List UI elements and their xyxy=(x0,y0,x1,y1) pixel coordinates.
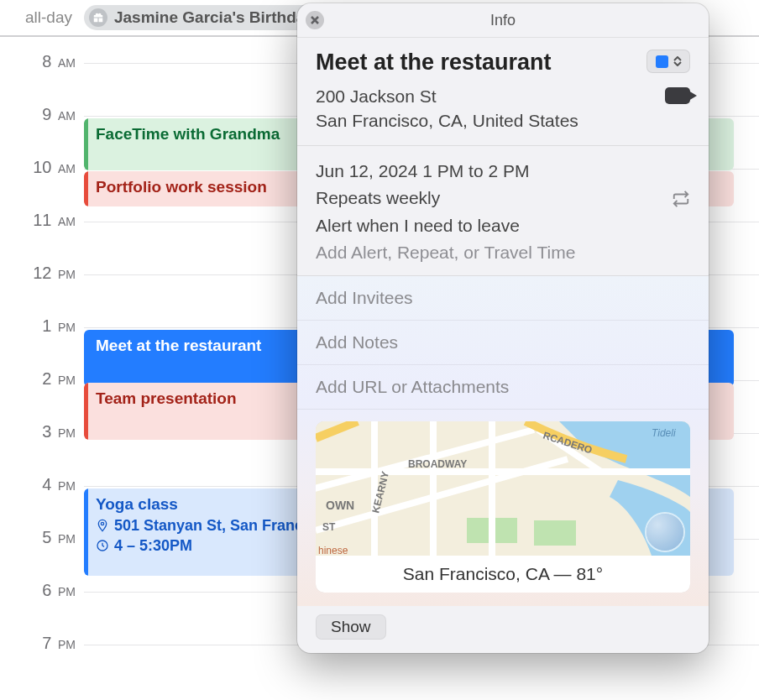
event-info-popover: Info Meet at the restaurant 200 Jackson … xyxy=(297,3,709,653)
add-url-attachments-field[interactable]: Add URL or Attachments xyxy=(297,364,709,409)
event-title: Team presentation xyxy=(96,389,237,407)
popover-header: Info xyxy=(297,3,709,38)
add-alert-repeat-travel[interactable]: Add Alert, Repeat, or Travel Time xyxy=(316,239,690,267)
show-button[interactable]: Show xyxy=(316,614,386,640)
hour-label: 6 xyxy=(42,581,51,599)
alert-field[interactable]: Alert when I need to leave xyxy=(316,212,690,240)
map-card[interactable]: BROADWAY KEARNY OWN ST RCADERO Tideli hi… xyxy=(316,421,690,593)
event-title: Meet at the restaurant xyxy=(96,337,261,354)
repeat-field[interactable]: Repeats weekly xyxy=(316,185,440,212)
hour-label: 3 xyxy=(42,422,51,441)
svg-rect-4 xyxy=(534,520,576,546)
address-line1: 200 Jackson St xyxy=(316,84,578,108)
svg-text:Tideli: Tideli xyxy=(652,427,676,439)
map-section: BROADWAY KEARNY OWN ST RCADERO Tideli hi… xyxy=(297,409,709,606)
event-stripe xyxy=(84,488,88,576)
maps-3d-button[interactable] xyxy=(646,514,683,551)
event-title: FaceTime with Grandma xyxy=(96,125,280,143)
map-svg: BROADWAY KEARNY OWN ST RCADERO Tideli hi… xyxy=(316,421,690,556)
hour-label: 5 xyxy=(42,528,51,546)
calendar-swatch xyxy=(656,55,668,68)
hour-label: 12 xyxy=(33,264,51,282)
svg-text:ST: ST xyxy=(322,521,336,533)
hour-label: 10 xyxy=(33,158,51,176)
close-button[interactable] xyxy=(306,11,324,29)
event-name-field[interactable]: Meet at the restaurant xyxy=(316,50,552,76)
event-stripe xyxy=(84,118,88,170)
svg-text:BROADWAY: BROADWAY xyxy=(408,458,467,470)
hour-label: 4 xyxy=(42,475,51,494)
popover-title: Info xyxy=(490,12,516,29)
hour-label: 11 xyxy=(33,211,51,229)
event-time: 4 – 5:30PM xyxy=(114,535,192,556)
hour-label: 8 xyxy=(42,52,51,71)
hour-label: 1 xyxy=(42,316,51,335)
allday-label: all-day xyxy=(25,8,72,27)
event-stripe xyxy=(84,383,88,440)
allday-event-pill[interactable]: Jasmine Garcia's Birthday xyxy=(84,5,326,30)
time-alert-section: Jun 12, 2024 1 PM to 2 PM Repeats weekly… xyxy=(297,146,709,275)
weather-label: San Francisco, CA — 81° xyxy=(316,556,690,593)
hour-label: 9 xyxy=(42,105,51,123)
svg-text:hinese: hinese xyxy=(318,545,348,556)
event-title: Portfolio work session xyxy=(96,178,267,196)
chevron-updown-icon xyxy=(673,56,682,66)
popover-footer: Show xyxy=(297,606,709,653)
location-icon xyxy=(96,519,109,532)
address-line2: San Francisco, CA, United States xyxy=(316,108,578,133)
hour-label: 2 xyxy=(42,369,51,388)
hour-label: 7 xyxy=(42,634,51,652)
allday-event-title: Jasmine Garcia's Birthday xyxy=(114,8,314,27)
map-preview[interactable]: BROADWAY KEARNY OWN ST RCADERO Tideli hi… xyxy=(316,421,690,556)
datetime-field[interactable]: Jun 12, 2024 1 PM to 2 PM xyxy=(316,158,690,185)
event-stripe xyxy=(84,171,88,206)
event-title: Yoga class xyxy=(96,495,178,513)
close-icon xyxy=(310,15,320,25)
calendar-picker[interactable] xyxy=(646,50,690,73)
gift-icon xyxy=(89,8,107,27)
svg-text:OWN: OWN xyxy=(326,499,354,512)
extra-fields: Add Invitees Add Notes Add URL or Attach… xyxy=(297,275,709,606)
add-invitees-field[interactable]: Add Invitees xyxy=(297,275,709,320)
facetime-icon[interactable] xyxy=(665,87,690,104)
repeat-icon xyxy=(672,190,690,208)
clock-icon xyxy=(96,539,109,552)
add-notes-field[interactable]: Add Notes xyxy=(297,320,709,364)
location-field[interactable]: 200 Jackson St San Francisco, CA, United… xyxy=(316,84,578,133)
calendar-app: all-day Jasmine Garcia's Birthday 8 AM 9… xyxy=(0,0,759,700)
svg-point-0 xyxy=(101,522,103,525)
title-section: Meet at the restaurant 200 Jackson St Sa… xyxy=(297,38,709,145)
